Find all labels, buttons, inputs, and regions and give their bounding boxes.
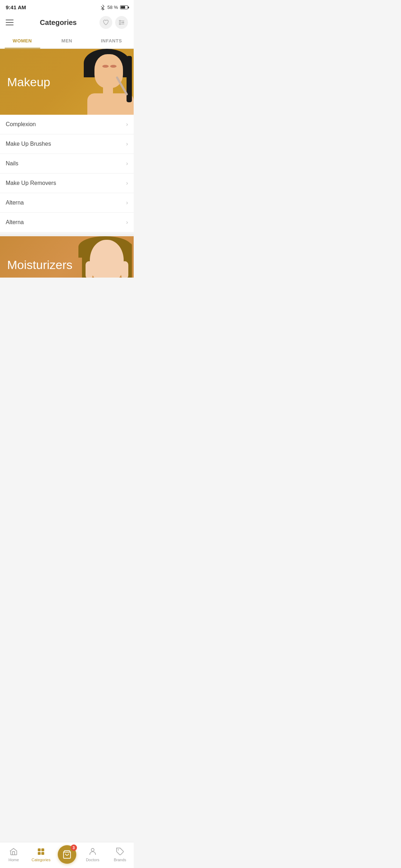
moisturizers-banner[interactable]: Moisturizers <box>0 236 134 278</box>
header: Categories <box>0 13 134 33</box>
makeup-banner-label: Makeup <box>7 75 50 89</box>
menu-button[interactable] <box>6 17 17 28</box>
chevron-right-icon: › <box>126 121 128 128</box>
makeup-banner-art <box>62 49 134 115</box>
favorite-button[interactable] <box>99 16 112 29</box>
page-title: Categories <box>40 19 77 27</box>
header-actions <box>99 16 128 29</box>
battery-percentage: 58 % <box>107 5 118 10</box>
moisturizers-banner-art <box>66 236 134 278</box>
category-list: Complexion › Make Up Brushes › Nails › M… <box>0 115 134 232</box>
category-label: Make Up Removers <box>6 180 56 186</box>
chevron-right-icon: › <box>126 219 128 226</box>
category-item-nails[interactable]: Nails › <box>0 154 134 174</box>
tab-infants[interactable]: INFANTS <box>89 33 134 48</box>
heart-icon <box>103 19 109 26</box>
svg-point-2 <box>119 24 120 25</box>
scroll-content[interactable]: Makeup Complexion › Make Up Brushes <box>0 49 134 278</box>
chevron-right-icon: › <box>126 160 128 167</box>
status-time: 9:41 AM <box>6 4 26 10</box>
category-label: Alterna <box>6 219 24 226</box>
filter-button[interactable] <box>115 16 128 29</box>
moisturizers-banner-label: Moisturizers <box>7 258 72 272</box>
makeup-banner[interactable]: Makeup <box>0 49 134 115</box>
category-item-makeup-brushes[interactable]: Make Up Brushes › <box>0 134 134 154</box>
hamburger-line-1 <box>6 20 14 20</box>
category-item-makeup-removers[interactable]: Make Up Removers › <box>0 174 134 193</box>
status-icons: 58 % <box>100 5 128 10</box>
tab-men[interactable]: MEN <box>45 33 89 48</box>
category-item-alterna1[interactable]: Alterna › <box>0 193 134 213</box>
filter-icon <box>118 19 125 26</box>
chevron-right-icon: › <box>126 180 128 186</box>
chevron-right-icon: › <box>126 200 128 206</box>
category-item-complexion[interactable]: Complexion › <box>0 115 134 134</box>
battery-fill <box>121 6 125 9</box>
category-label: Alterna <box>6 200 24 206</box>
status-bar: 9:41 AM 58 % <box>0 0 134 13</box>
hamburger-line-3 <box>6 25 14 25</box>
tab-women[interactable]: WOMEN <box>0 33 45 48</box>
category-label: Make Up Brushes <box>6 141 51 147</box>
hamburger-line-2 <box>6 22 14 23</box>
svg-point-0 <box>119 20 120 21</box>
tabs: WOMEN MEN INFANTS <box>0 33 134 49</box>
category-label: Nails <box>6 160 19 167</box>
svg-point-1 <box>123 22 124 23</box>
category-label: Complexion <box>6 121 36 128</box>
category-item-alterna2[interactable]: Alterna › <box>0 213 134 232</box>
battery-body <box>120 5 128 9</box>
bluetooth-icon <box>100 5 105 10</box>
chevron-right-icon: › <box>126 141 128 147</box>
